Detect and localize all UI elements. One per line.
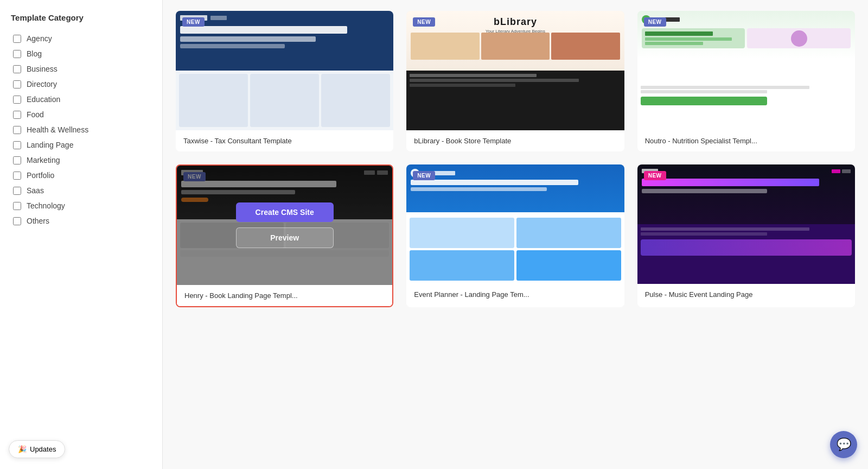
card-thumbnail-eventplanner: NEW	[406, 164, 624, 284]
category-label-portfolio: Portfolio	[27, 171, 54, 180]
checkbox-health[interactable]	[13, 126, 21, 134]
preview-button[interactable]: Preview	[236, 227, 334, 248]
category-item-portfolio[interactable]: Portfolio	[11, 168, 151, 183]
card-thumbnail-henry: NEW Create CMS Site Preview	[177, 166, 392, 285]
category-item-agency[interactable]: Agency	[11, 31, 151, 46]
category-label-directory: Directory	[27, 80, 57, 88]
card-title-blibrary: bLibrary - Book Store Template	[406, 130, 624, 151]
category-item-food[interactable]: Food	[11, 107, 151, 122]
new-badge-noutro: NEW	[644, 17, 666, 27]
template-card-taxwise[interactable]: NEW Taxwise - Tax Consultant Template	[176, 11, 393, 151]
checkbox-landing[interactable]	[13, 141, 21, 149]
updates-label: Updates	[30, 445, 56, 453]
category-label-others: Others	[27, 217, 49, 225]
category-label-education: Education	[27, 95, 60, 104]
main-content: NEW Taxwise - Tax Consultant Template bL…	[163, 0, 868, 469]
category-item-directory[interactable]: Directory	[11, 77, 151, 92]
category-item-landing[interactable]: Landing Page	[11, 137, 151, 153]
category-item-others[interactable]: Others	[11, 213, 151, 229]
card-title-taxwise: Taxwise - Tax Consultant Template	[176, 130, 393, 151]
category-label-agency: Agency	[27, 34, 52, 43]
checkbox-business[interactable]	[13, 65, 21, 73]
category-label-technology: Technology	[27, 201, 65, 210]
templates-grid: NEW Taxwise - Tax Consultant Template bL…	[176, 11, 855, 307]
category-item-saas[interactable]: Saas	[11, 183, 151, 198]
category-label-business: Business	[27, 65, 58, 73]
checkbox-saas[interactable]	[13, 187, 21, 195]
card-thumbnail-noutro: NEW	[637, 11, 855, 130]
chat-button[interactable]: 💬	[830, 431, 857, 458]
new-badge-taxwise: NEW	[182, 17, 205, 27]
new-badge-blibrary: NEW	[413, 17, 435, 27]
category-item-health[interactable]: Health & Wellness	[11, 122, 151, 137]
sidebar-title: Template Category	[11, 13, 151, 22]
updates-emoji-icon: 🎉	[18, 445, 27, 453]
categories-list: Agency Blog Business Directory Education…	[11, 31, 151, 229]
card-title-pulse: Pulse - Music Event Landing Page	[637, 284, 855, 305]
category-item-business[interactable]: Business	[11, 61, 151, 77]
checkbox-marketing[interactable]	[13, 156, 21, 164]
checkbox-food[interactable]	[13, 111, 21, 119]
template-card-henry[interactable]: NEW Create CMS Site Preview Henry - Book…	[176, 164, 393, 307]
template-card-eventplanner[interactable]: NEW Event Planner - Landing Page Tem...	[406, 164, 624, 307]
template-card-pulse[interactable]: NEW Pulse - Music Event Landing Page	[637, 164, 855, 307]
chat-icon: 💬	[837, 438, 851, 452]
category-label-saas: Saas	[27, 186, 44, 195]
category-label-marketing: Marketing	[27, 156, 60, 164]
category-label-health: Health & Wellness	[27, 125, 88, 134]
checkbox-directory[interactable]	[13, 80, 21, 88]
category-item-technology[interactable]: Technology	[11, 198, 151, 213]
card-title-henry: Henry - Book Landing Page Templ...	[177, 285, 392, 306]
checkbox-others[interactable]	[13, 217, 21, 225]
checkbox-blog[interactable]	[13, 50, 21, 58]
category-item-education[interactable]: Education	[11, 92, 151, 107]
checkbox-agency[interactable]	[13, 35, 21, 43]
card-overlay-henry: Create CMS Site Preview	[177, 166, 392, 285]
category-label-blog: Blog	[27, 49, 42, 58]
category-item-blog[interactable]: Blog	[11, 46, 151, 61]
template-card-blibrary[interactable]: bLibrary Your Literary Adventure Begins …	[406, 11, 624, 151]
category-item-marketing[interactable]: Marketing	[11, 153, 151, 168]
card-title-eventplanner: Event Planner - Landing Page Tem...	[406, 284, 624, 305]
new-badge-eventplanner: NEW	[413, 171, 435, 180]
checkbox-technology[interactable]	[13, 202, 21, 210]
card-title-noutro: Noutro - Nutrition Specialist Templ...	[637, 130, 855, 151]
create-cms-button[interactable]: Create CMS Site	[236, 202, 334, 222]
template-card-noutro[interactable]: NEW Noutro - Nutrition Specialist Templ.…	[637, 11, 855, 151]
card-thumbnail-taxwise: NEW	[176, 11, 393, 130]
updates-button[interactable]: 🎉 Updates	[9, 440, 65, 458]
sidebar: Template Category Agency Blog Business D…	[0, 0, 163, 469]
new-badge-pulse: NEW	[644, 171, 666, 180]
card-thumbnail-blibrary: bLibrary Your Literary Adventure Begins …	[406, 11, 624, 130]
category-label-landing: Landing Page	[27, 141, 73, 149]
category-label-food: Food	[27, 110, 44, 119]
card-thumbnail-pulse: NEW	[637, 164, 855, 284]
checkbox-education[interactable]	[13, 96, 21, 104]
checkbox-portfolio[interactable]	[13, 172, 21, 180]
